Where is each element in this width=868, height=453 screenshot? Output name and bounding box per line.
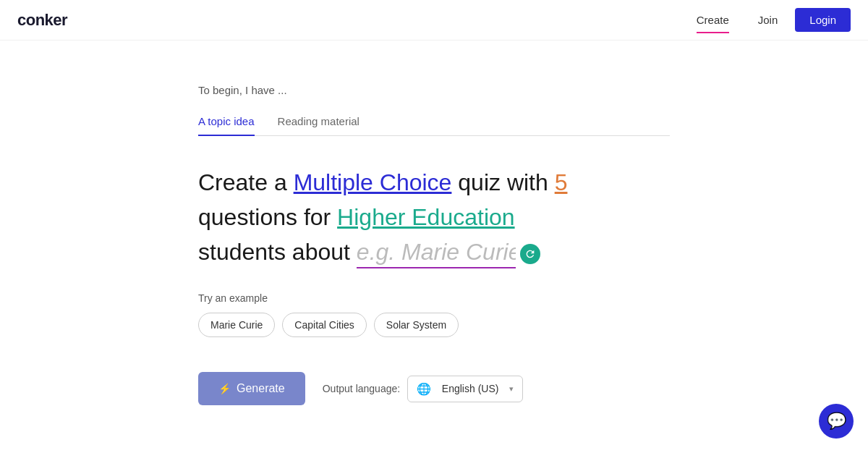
topic-input[interactable] — [357, 239, 516, 268]
begin-label: To begin, I have ... — [198, 84, 670, 96]
generate-label: Generate — [237, 382, 285, 395]
chip-marie-curie[interactable]: Marie Curie — [198, 313, 275, 337]
try-example-label: Try an example — [198, 292, 670, 304]
logo: conker — [17, 11, 67, 30]
language-value: English (US) — [442, 383, 499, 394]
header-nav: Create Join Login — [685, 8, 851, 32]
tab-topic[interactable]: A topic idea — [198, 108, 255, 136]
topic-input-wrapper — [357, 239, 540, 268]
generate-button[interactable]: ⚡ Generate — [198, 372, 305, 405]
bolt-icon: ⚡ — [218, 383, 231, 394]
nav-join[interactable]: Join — [746, 8, 790, 32]
example-chips: Marie Curie Capital Cities Solar System — [198, 313, 670, 337]
sentence-part3: questions for — [198, 204, 337, 230]
chat-icon: 💬 — [827, 412, 846, 431]
quiz-builder: Create a Multiple Choice quiz with 5 que… — [198, 165, 670, 269]
quiz-type-selector[interactable]: Multiple Choice — [294, 169, 452, 195]
education-level-selector[interactable]: Higher Education — [337, 204, 514, 230]
question-count-selector[interactable]: 5 — [555, 169, 568, 195]
language-selector[interactable]: 🌐 English (US) ▾ — [407, 376, 523, 402]
footer-controls: ⚡ Generate Output language: 🌐 English (U… — [198, 372, 670, 405]
chip-capital-cities[interactable]: Capital Cities — [282, 313, 366, 337]
chat-bubble[interactable]: 💬 — [819, 404, 854, 439]
chevron-down-icon: ▾ — [509, 384, 514, 394]
main-content: To begin, I have ... A topic idea Readin… — [181, 41, 687, 449]
refresh-icon[interactable] — [520, 244, 540, 264]
tab-reading[interactable]: Reading material — [278, 108, 359, 136]
sentence-part1: Create a — [198, 169, 294, 195]
nav-create[interactable]: Create — [685, 8, 741, 32]
globe-icon: 🌐 — [417, 382, 431, 396]
output-language-label: Output language: — [323, 383, 400, 394]
sentence-part4: students about — [198, 239, 357, 265]
header: conker Create Join Login — [0, 0, 868, 41]
chip-solar-system[interactable]: Solar System — [374, 313, 459, 337]
tabs: A topic idea Reading material — [198, 108, 670, 136]
login-button[interactable]: Login — [795, 8, 851, 32]
sentence-part2: quiz with — [451, 169, 554, 195]
output-language-section: Output language: 🌐 English (US) ▾ — [323, 376, 523, 402]
